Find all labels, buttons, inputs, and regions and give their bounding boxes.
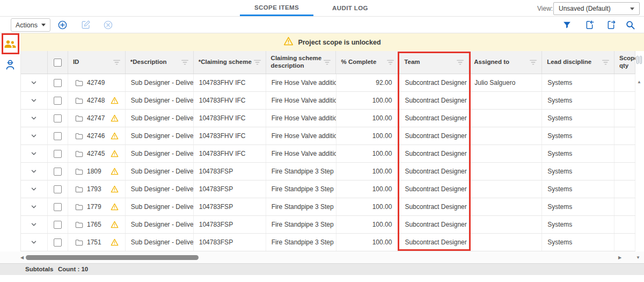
row-checkbox[interactable]	[48, 110, 68, 127]
cancel-icon[interactable]	[103, 19, 113, 30]
row-checkbox[interactable]	[48, 127, 68, 144]
cell-claiming_scheme_description: Fire Hose Valve additio…	[266, 92, 336, 109]
folder-icon	[75, 115, 83, 122]
cell-assigned_to	[469, 92, 542, 109]
column-header-id[interactable]: ID	[68, 51, 126, 74]
resource-person-icon[interactable]	[4, 59, 16, 71]
column-header-select-all[interactable]	[48, 51, 68, 74]
column-header-claiming_scheme[interactable]: *Claiming scheme	[194, 51, 266, 74]
item-id: 42747	[87, 114, 105, 122]
cell-pct_complete: 100.00	[336, 234, 400, 251]
row-checkbox[interactable]	[48, 74, 68, 91]
column-header-claiming_scheme_description[interactable]: Claiming scheme description	[266, 51, 336, 74]
folder-icon	[75, 186, 83, 193]
cell-description: Sub Designer - Delive…	[126, 180, 194, 198]
row-checkbox[interactable]	[48, 198, 68, 215]
cell-assigned_to	[469, 127, 542, 144]
column-filter-icon[interactable]	[324, 60, 331, 65]
row-checkbox[interactable]	[48, 145, 68, 162]
row-expander[interactable]	[21, 180, 48, 198]
column-filter-icon[interactable]	[254, 60, 261, 65]
column-header-team[interactable]: Team	[399, 51, 469, 74]
table-row: 1751Sub Designer - Delive…104783FSPFire …	[21, 234, 635, 251]
column-filter-icon[interactable]	[602, 60, 609, 65]
search-icon[interactable]	[625, 19, 635, 30]
cell-claiming_scheme_description: Fire Standpipe 3 Step	[266, 163, 336, 180]
warning-icon	[111, 203, 120, 211]
row-checkbox[interactable]	[48, 180, 68, 198]
column-filter-icon[interactable]	[181, 60, 188, 65]
row-expander[interactable]	[21, 234, 48, 251]
item-id: 1751	[87, 238, 101, 246]
column-header-lead_discipline[interactable]: Lead discipline	[542, 51, 614, 74]
row-expander[interactable]	[21, 110, 48, 127]
warning-icon	[111, 132, 120, 140]
cell-claiming_scheme: 104783FSP	[194, 163, 266, 180]
edit-icon[interactable]	[80, 19, 91, 30]
row-expander[interactable]	[21, 92, 48, 109]
column-label: Lead discipline	[547, 59, 591, 66]
cell-assigned_to	[469, 110, 542, 127]
scroll-down-icon[interactable]: ▼	[636, 255, 640, 260]
row-checkbox[interactable]	[48, 216, 68, 233]
cell-description: Sub Designer - Delive…	[126, 234, 194, 251]
column-resize-icon[interactable]	[636, 56, 642, 64]
column-filter-icon[interactable]	[530, 60, 537, 65]
scroll-left-icon[interactable]: ◀	[20, 255, 24, 260]
actions-button[interactable]: Actions	[11, 18, 50, 32]
tab-audit-log[interactable]: AUDIT LOG	[313, 0, 387, 16]
row-expander[interactable]	[21, 127, 48, 144]
scrollbar-thumb[interactable]	[26, 255, 199, 260]
column-header-pct_complete[interactable]: % Complete	[336, 51, 399, 74]
column-label: Assigned to	[474, 59, 509, 66]
cell-team: Subcontract Designer	[399, 198, 469, 215]
import-icon[interactable]	[584, 19, 595, 30]
cell-team: Subcontract Designer	[399, 74, 469, 91]
scroll-right-icon[interactable]: ▶	[618, 255, 621, 260]
add-icon[interactable]	[57, 19, 68, 30]
table-row: 1765Sub Designer - Delive…104783FSPFire …	[21, 216, 635, 234]
column-header-assigned_to[interactable]: Assigned to	[469, 51, 542, 74]
cell-lead_discipline: Systems	[542, 163, 614, 180]
row-expander[interactable]	[21, 74, 48, 91]
cell-scope_qty	[614, 110, 635, 127]
row-checkbox[interactable]	[48, 234, 68, 251]
cell-claiming_scheme_description: Fire Hose Valve additio…	[266, 110, 336, 127]
filter-icon[interactable]	[561, 19, 572, 30]
row-expander[interactable]	[21, 163, 48, 180]
warning-icon	[111, 168, 120, 175]
tab-scope-items[interactable]: SCOPE ITEMS	[240, 0, 313, 16]
cell-team: Subcontract Designer	[399, 110, 469, 127]
export-icon[interactable]	[605, 19, 616, 30]
table-row: 1809Sub Designer - Delive…104783FSPFire …	[21, 163, 635, 180]
view-dropdown[interactable]: Unsaved (Default)	[553, 2, 640, 15]
subtotals-bar: Subtotals Count : 10	[0, 263, 644, 275]
row-checkbox[interactable]	[48, 163, 68, 180]
cell-scope_qty	[614, 198, 635, 215]
column-header-expander	[21, 51, 48, 74]
row-expander[interactable]	[21, 216, 48, 233]
item-id: 42745	[87, 150, 105, 157]
cell-id: 42749	[68, 74, 126, 91]
tab-label: SCOPE ITEMS	[254, 4, 299, 11]
column-label: *Description	[130, 59, 167, 66]
column-filter-icon[interactable]	[387, 60, 394, 65]
team-icon[interactable]	[4, 38, 17, 50]
column-filter-icon[interactable]	[113, 60, 120, 65]
cell-pct_complete: 100.00	[336, 127, 400, 144]
folder-icon	[75, 150, 83, 157]
vertical-scrollbar[interactable]: ▲	[635, 51, 644, 251]
row-checkbox[interactable]	[48, 92, 68, 109]
chevron-down-icon	[41, 24, 46, 26]
column-header-description[interactable]: *Description	[126, 51, 194, 74]
select-all-checkbox[interactable]	[54, 59, 62, 67]
tab-bar: SCOPE ITEMS AUDIT LOG View: Unsaved (Def…	[0, 0, 644, 17]
row-expander[interactable]	[21, 145, 48, 162]
column-header-scope_qty[interactable]: Scope qty	[614, 51, 635, 74]
cell-pct_complete: 100.00	[336, 92, 400, 109]
scroll-up-icon[interactable]: ▲	[637, 79, 641, 84]
table-row: 1793Sub Designer - Delive…104783FSPFire …	[21, 180, 635, 198]
column-filter-icon[interactable]	[457, 60, 464, 65]
horizontal-scrollbar[interactable]: ◀ ▶ ▼	[0, 251, 644, 263]
row-expander[interactable]	[21, 198, 48, 215]
